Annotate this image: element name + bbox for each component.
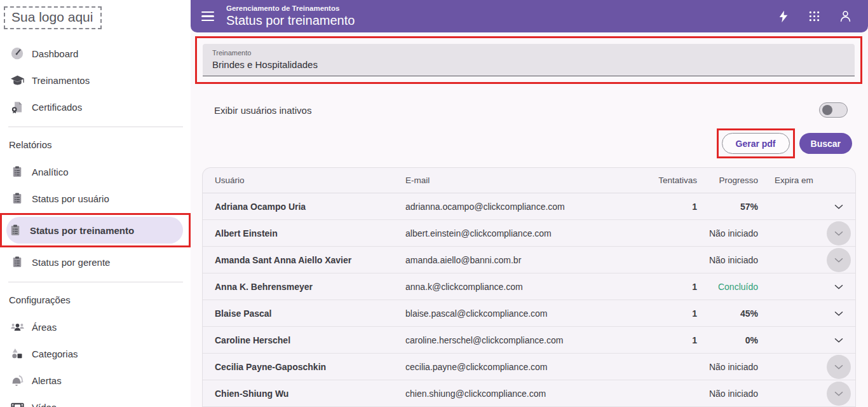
- annotation-box-status-por-treinamento: Status por treinamento: [0, 213, 191, 247]
- sidebar-nav: DashboardTreinamentosCertificadosRelatór…: [8, 40, 183, 407]
- graduation-cap-icon: [10, 72, 25, 88]
- expand-cell: [822, 275, 855, 299]
- topbar-icons: [776, 9, 853, 24]
- progress-cell: Concluído: [697, 282, 758, 292]
- chevron-down-icon[interactable]: [827, 301, 851, 326]
- clipboard-icon: [10, 191, 25, 206]
- sidebar-item-video[interactable]: Vídeo: [8, 394, 183, 407]
- expand-cell: [822, 301, 855, 326]
- email-cell: amanda.aiello@banni.com.br: [405, 255, 627, 265]
- sidebar-item-analitico[interactable]: Analítico: [8, 158, 183, 185]
- actions-row: Gerar pdf Buscar: [202, 128, 856, 158]
- user-name-cell: Adriana Ocampo Uria: [215, 202, 405, 212]
- page-content: Treinamento Brindes e Hospitalidades Exi…: [191, 32, 868, 407]
- inactive-users-toggle[interactable]: [819, 102, 848, 118]
- table-body: Adriana Ocampo Uriaadrianna.ocampo@click…: [203, 193, 855, 407]
- toggle-knob: [822, 105, 832, 115]
- training-select[interactable]: Treinamento Brindes e Hospitalidades: [203, 44, 855, 76]
- sidebar-item-dashboard[interactable]: Dashboard: [8, 40, 183, 67]
- chevron-down-icon: [827, 221, 851, 245]
- film-icon: [10, 399, 25, 407]
- user-icon[interactable]: [838, 9, 853, 24]
- sidebar-divider: [8, 127, 183, 127]
- expand-cell: [822, 248, 855, 272]
- user-name-cell: Cecilia Payne-Gaposchkin: [215, 362, 405, 372]
- sidebar-item-treinamentos[interactable]: Treinamentos: [8, 67, 183, 93]
- generate-pdf-button[interactable]: Gerar pdf: [722, 133, 790, 154]
- user-name-cell: Caroline Herschel: [215, 335, 405, 345]
- expand-cell: [822, 221, 855, 245]
- email-cell: caroline.herschel@clickcompliance.com: [405, 335, 627, 345]
- table-row: Chien-Shiung Wuchien.shiung@clickcomplia…: [203, 380, 855, 407]
- sidebar-section-relatorios: Relatórios: [9, 139, 183, 150]
- certificate-icon: [10, 99, 25, 114]
- user-name-cell: Amanda Sant Anna Aiello Xavier: [215, 255, 405, 265]
- attempts-cell: 1: [627, 308, 697, 319]
- sidebar-item-status-por-treinamento[interactable]: Status por treinamento: [6, 217, 183, 244]
- email-cell: anna.k@clickcompliance.com: [405, 282, 627, 292]
- lightning-icon[interactable]: [776, 10, 790, 24]
- dashboard-icon: [10, 46, 25, 61]
- column-header-usuario: Usuário: [215, 176, 405, 185]
- app-root: Sua logo aqui DashboardTreinamentosCerti…: [0, 0, 868, 407]
- attempts-cell: 1: [627, 282, 697, 292]
- chevron-down-icon[interactable]: [827, 195, 851, 219]
- chevron-down-icon[interactable]: [827, 328, 851, 352]
- email-cell: adrianna.ocampo@clickcompliance.com: [405, 202, 627, 212]
- search-button[interactable]: Buscar: [799, 133, 852, 154]
- main-column: Gerenciamento de Treinamentos Status por…: [191, 0, 868, 407]
- annotation-box-generate-pdf: Gerar pdf: [717, 128, 795, 158]
- sidebar: Sua logo aqui DashboardTreinamentosCerti…: [0, 0, 191, 407]
- attempts-cell: 1: [627, 202, 697, 212]
- logo-placeholder: Sua logo aqui: [4, 6, 102, 29]
- menu-icon[interactable]: [201, 11, 218, 21]
- sidebar-item-status-por-gerente[interactable]: Status por gerente: [8, 249, 183, 275]
- annotation-box-training-select: Treinamento Brindes e Hospitalidades: [195, 36, 862, 84]
- column-header-expira-em: Expira em: [758, 176, 822, 185]
- expand-cell: [822, 195, 855, 219]
- inactive-users-label: Exibir usuários inativos: [214, 105, 311, 116]
- sidebar-item-areas[interactable]: Áreas: [8, 314, 183, 340]
- apps-grid-icon[interactable]: [808, 10, 821, 23]
- page-title: Status por treinamento: [226, 13, 355, 28]
- training-select-label: Treinamento: [212, 49, 847, 57]
- table-header-row: UsuárioE-mailTentativasProgressoExpira e…: [203, 168, 855, 193]
- chevron-down-icon: [827, 382, 851, 406]
- clipboard-icon: [8, 223, 23, 238]
- progress-cell: 45%: [697, 308, 758, 319]
- column-header-e-mail: E-mail: [405, 176, 627, 185]
- sidebar-item-label: Status por gerente: [32, 257, 110, 268]
- email-cell: cecilia.payne@clickcompliance.com: [405, 362, 627, 372]
- shapes-icon: [10, 346, 25, 361]
- table-row: Caroline Herschelcaroline.herschel@click…: [203, 327, 855, 354]
- sidebar-item-categorias[interactable]: Categorias: [8, 340, 183, 367]
- sidebar-item-label: Alertas: [32, 375, 62, 386]
- progress-cell: 57%: [697, 202, 758, 212]
- users-status-table: UsuárioE-mailTentativasProgressoExpira e…: [202, 167, 856, 407]
- expand-cell: [822, 328, 855, 352]
- chevron-down-icon: [827, 355, 851, 379]
- progress-cell: Não iniciado: [697, 362, 758, 372]
- sidebar-item-alertas[interactable]: Alertas: [8, 367, 183, 394]
- column-header-progresso: Progresso: [697, 176, 758, 185]
- expand-cell: [822, 355, 855, 379]
- sidebar-item-label: Áreas: [32, 322, 57, 333]
- email-cell: blaise.pascal@clickcompliance.com: [405, 308, 627, 319]
- sidebar-item-certificados[interactable]: Certificados: [8, 93, 183, 120]
- sidebar-item-label: Categorias: [32, 348, 78, 359]
- attempts-cell: 1: [627, 335, 697, 345]
- people-icon: [10, 319, 25, 335]
- clipboard-icon: [10, 254, 25, 270]
- table-row: Albert Einsteinalbert.einstein@clickcomp…: [203, 220, 855, 247]
- column-header-tentativas: Tentativas: [627, 176, 697, 185]
- user-name-cell: Anna K. Behrensmeyer: [215, 282, 405, 292]
- table-row: Amanda Sant Anna Aiello Xavieramanda.aie…: [203, 247, 855, 273]
- sidebar-item-label: Treinamentos: [32, 75, 90, 86]
- email-cell: albert.einstein@clickcompliance.com: [405, 228, 627, 238]
- user-name-cell: Blaise Pascal: [215, 308, 405, 319]
- sidebar-section-configuracoes: Configurações: [9, 294, 183, 305]
- chevron-down-icon[interactable]: [827, 275, 851, 299]
- sidebar-item-status-por-usuario[interactable]: Status por usuário: [8, 185, 183, 212]
- sidebar-item-label: Status por treinamento: [30, 225, 134, 236]
- topbar: Gerenciamento de Treinamentos Status por…: [191, 0, 868, 32]
